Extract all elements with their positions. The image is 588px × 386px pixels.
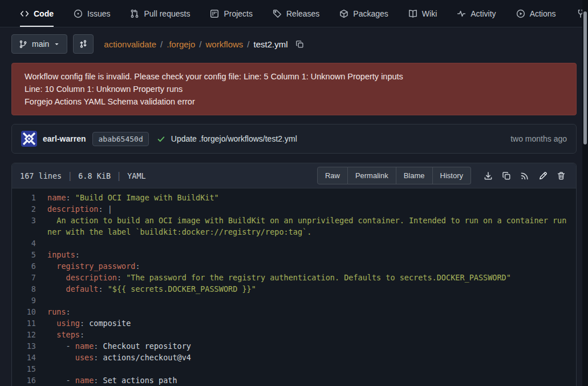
chevron-down-icon [54, 41, 60, 47]
commit-author[interactable]: earl-warren [43, 134, 86, 143]
code-text: runs: [47, 306, 576, 317]
blame-button[interactable]: Blame [396, 167, 433, 184]
pencil-icon[interactable] [534, 168, 552, 184]
tab-pull-requests[interactable]: Pull requests [130, 0, 190, 27]
line-number[interactable]: 6 [12, 260, 47, 272]
workflow-error-banner: Workflow config file is invalid. Please … [11, 63, 577, 115]
line-number[interactable]: 1 [12, 192, 47, 203]
code-lines: 1name: "Build OCI Image with BuildKit"2d… [12, 192, 576, 386]
file-view: 167 lines | 6.8 KiB | YAML Raw Permalink… [11, 163, 577, 386]
rss-icon[interactable] [516, 168, 534, 184]
code-text [47, 363, 576, 375]
code-text: - name: Set actions path [47, 375, 576, 386]
check-icon[interactable] [157, 135, 165, 143]
play-circle-icon [516, 9, 525, 18]
code-line: 10runs: [12, 306, 576, 317]
code-text: An action to build an OCI image with Bui… [47, 215, 576, 238]
compare-icon [79, 39, 88, 49]
code-text: uses: actions/checkout@v4 [47, 352, 576, 363]
scrollbar-thumb[interactable] [583, 11, 587, 144]
code-line: 13 - name: Checkout repository [12, 340, 576, 352]
copy-path-icon[interactable] [295, 40, 304, 49]
file-language: YAML [127, 171, 146, 180]
line-number[interactable]: 14 [12, 352, 47, 363]
code-text: default: "${{ secrets.DOCKER_PASSWORD }}… [47, 283, 576, 295]
tab-label: Releases [286, 9, 319, 18]
meta-divider: | [67, 171, 72, 181]
line-number[interactable]: 12 [12, 329, 47, 340]
error-line: Forgejo Actions YAML Schema validation e… [25, 95, 563, 108]
line-number[interactable]: 11 [12, 317, 47, 329]
line-number[interactable]: 13 [12, 340, 47, 352]
file-size: 6.8 KiB [78, 171, 111, 180]
file-actions: Raw Permalink Blame History [317, 167, 570, 184]
breadcrumb: actionvalidate / .forgejo / workflows / … [104, 39, 303, 49]
avatar[interactable] [21, 131, 37, 147]
code-line: 4 [12, 238, 576, 249]
trash-icon[interactable] [552, 168, 570, 184]
commit-hash-badge[interactable]: abab65450d [92, 132, 148, 146]
compare-button[interactable] [73, 34, 94, 54]
breadcrumb-dir-link[interactable]: .forgejo [167, 39, 195, 49]
tab-packages[interactable]: Packages [339, 0, 388, 27]
code-text: registry_password: [47, 260, 576, 272]
tab-label: Activity [471, 9, 496, 18]
code-line: 2description: | [12, 203, 576, 215]
tab-label: Issues [87, 9, 110, 18]
code-text: using: composite [47, 317, 576, 329]
line-number[interactable]: 7 [12, 272, 47, 283]
package-icon [339, 9, 348, 18]
tab-label: Pull requests [144, 9, 190, 18]
error-line: Line: 10 Column 1: Unknown Property runs [25, 83, 563, 95]
breadcrumb-separator: / [199, 39, 201, 49]
activity-icon [457, 9, 466, 18]
code-line: 6 registry_password: [12, 260, 576, 272]
branch-name: main [32, 39, 49, 49]
code-line: 12 steps: [12, 329, 576, 340]
tab-projects[interactable]: Projects [210, 0, 253, 27]
file-line-count: 167 lines [20, 171, 62, 180]
code-line: 9 [12, 295, 576, 306]
tab-label: Actions [530, 9, 556, 18]
line-number[interactable]: 9 [12, 295, 47, 306]
line-number[interactable]: 3 [12, 215, 47, 238]
code-line: 16 - name: Set actions path [12, 375, 576, 386]
tab-label: Projects [224, 9, 253, 18]
history-button[interactable]: History [433, 167, 471, 184]
code-line: 3 An action to build an OCI image with B… [12, 215, 576, 238]
code-icon [20, 9, 29, 18]
permalink-button[interactable]: Permalink [348, 167, 396, 184]
code-text: description: "The password for the regis… [47, 272, 576, 283]
code-text: steps: [47, 329, 576, 340]
line-number[interactable]: 15 [12, 363, 47, 375]
line-number[interactable]: 16 [12, 375, 47, 386]
line-number[interactable]: 8 [12, 283, 47, 295]
tab-wiki[interactable]: Wiki [408, 0, 437, 27]
tab-label: Packages [353, 9, 388, 18]
scrollbar-track[interactable] [582, 0, 588, 386]
line-number[interactable]: 4 [12, 238, 47, 249]
tab-issues[interactable]: Issues [74, 0, 110, 27]
tab-actions[interactable]: Actions [516, 0, 556, 27]
code-text [47, 238, 576, 249]
breadcrumb-dir-link[interactable]: workflows [205, 39, 243, 49]
copy-icon[interactable] [497, 168, 516, 184]
error-line: Workflow config file is invalid. Please … [25, 70, 563, 83]
commit-message[interactable]: Update .forgejo/workflows/test2.yml [171, 134, 297, 143]
repo-tab-bar: Code Issues Pull requests Projects Relea… [0, 0, 588, 27]
breadcrumb-repo-link[interactable]: actionvalidate [104, 39, 156, 49]
line-number[interactable]: 5 [12, 249, 47, 260]
download-icon[interactable] [479, 168, 497, 184]
file-meta: 167 lines | 6.8 KiB | YAML [20, 171, 146, 181]
tab-activity[interactable]: Activity [457, 0, 496, 27]
branch-icon [19, 40, 27, 49]
tab-releases[interactable]: Releases [273, 0, 319, 27]
breadcrumb-separator: / [247, 39, 249, 49]
line-number[interactable]: 2 [12, 203, 47, 215]
code-line: 7 description: "The password for the reg… [12, 272, 576, 283]
code-view: 1name: "Build OCI Image with BuildKit"2d… [12, 188, 576, 386]
branch-selector[interactable]: main [11, 34, 67, 54]
raw-button[interactable]: Raw [317, 167, 348, 184]
line-number[interactable]: 10 [12, 306, 47, 317]
tab-code[interactable]: Code [20, 0, 54, 27]
